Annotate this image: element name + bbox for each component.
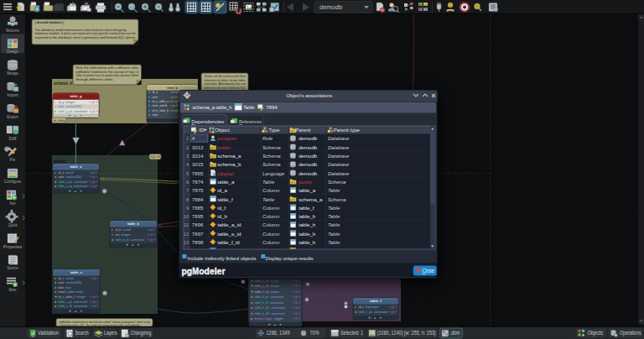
- svg-text:●: ●: [148, 104, 150, 107]
- svg-text:Parent type: Parent type: [334, 127, 361, 133]
- svg-text:New: New: [10, 201, 16, 206]
- svg-text:SQL off: SQL off: [151, 155, 160, 159]
- svg-text:table_e_id: table_e_id: [255, 284, 269, 288]
- svg-text:▸: ▸: [112, 228, 113, 232]
- svg-text:7896: 7896: [192, 222, 204, 227]
- svg-text:demodb: demodb: [299, 153, 318, 159]
- svg-text:Table: Table: [262, 180, 275, 185]
- svg-text:table_a: table_a: [70, 164, 83, 169]
- svg-text:■: ■: [55, 305, 56, 308]
- svg-text:1286, 1349: 1286, 1349: [267, 330, 290, 336]
- svg-text:« pk »: « pk »: [90, 171, 98, 175]
- svg-text:integer: integer: [65, 100, 75, 104]
- svg-text:6: 6: [186, 180, 189, 185]
- svg-text:table_g_pk: table_g_pk: [59, 109, 73, 113]
- svg-text:plpgsql: plpgsql: [216, 170, 234, 176]
- svg-text:constraint: constraint: [374, 310, 388, 314]
- svg-text:table_f: table_f: [217, 196, 233, 202]
- svg-text:schema_b: schema_b: [217, 161, 242, 167]
- svg-text:4: 4: [192, 135, 195, 141]
- svg-text:Database: Database: [328, 171, 350, 176]
- svg-text:« fk »: « fk »: [293, 279, 301, 283]
- svg-text:Operations: Operations: [620, 330, 641, 336]
- svg-text:[ demodb database ]: [ demodb database ]: [35, 20, 65, 24]
- svg-text:email: email: [59, 289, 65, 294]
- svg-text:Parent: Parent: [295, 127, 310, 133]
- svg-text:public: public: [53, 159, 66, 164]
- svg-text:7885: 7885: [192, 205, 204, 211]
- svg-text:expr: expr: [153, 112, 158, 117]
- svg-text:Include indirectly linked obje: Include indirectly linked objects: [188, 256, 257, 261]
- svg-text:Object's associations: Object's associations: [286, 92, 332, 98]
- svg-text:✚ ▲ ▼: ✚ ▲ ▼: [69, 190, 83, 193]
- svg-text:●: ●: [55, 290, 56, 294]
- svg-text:More: More: [9, 288, 17, 292]
- svg-text:exported to the database since: exported to the database since it genera…: [35, 35, 137, 39]
- svg-text:integer: integer: [121, 232, 131, 237]
- svg-text:trigger: trigger: [274, 316, 284, 321]
- svg-text:public: public: [298, 179, 312, 185]
- svg-text:integer: integer: [270, 284, 280, 288]
- svg-text:Schema: Schema: [328, 180, 346, 185]
- svg-text:7884: 7884: [192, 196, 204, 202]
- svg-text:table_f: table_f: [299, 205, 314, 211]
- svg-text:▸: ▸: [355, 305, 356, 309]
- svg-text:table_a: table_a: [299, 187, 316, 193]
- svg-text:« nn »: « nn »: [90, 175, 98, 179]
- svg-text:constraint: constraint: [74, 180, 88, 184]
- svg-text:Selected: 1: Selected: 1: [340, 330, 363, 336]
- svg-text:Table: Table: [328, 188, 340, 193]
- svg-text:11: 11: [184, 222, 189, 227]
- svg-text:●: ●: [55, 281, 56, 284]
- svg-text:schema_b: schema_b: [54, 81, 73, 86]
- svg-text:table_a_id: table_a_id: [255, 279, 269, 283]
- svg-text:1:1: 1:1: [129, 5, 134, 9]
- svg-text:postgres: postgres: [216, 135, 236, 141]
- svg-text:■: ■: [112, 238, 113, 242]
- svg-text:« fk »: « fk »: [91, 295, 99, 299]
- svg-text:Language: Language: [262, 171, 285, 176]
- svg-text:✚: ✚: [251, 279, 253, 283]
- svg-text:table_h: table_h: [299, 239, 315, 245]
- svg-text:Role: Role: [262, 136, 273, 141]
- svg-text:table_a_id: table_a_id: [217, 222, 241, 227]
- svg-text:table_h_fk2: table_h_fk2: [255, 311, 270, 316]
- svg-text:■: ■: [55, 110, 56, 113]
- svg-text:table_f_id: table_f_id: [255, 289, 269, 294]
- svg-text:integer: integer: [270, 289, 280, 294]
- svg-text:id_b: id_b: [116, 227, 122, 232]
- svg-text:« pk »: « pk »: [148, 228, 156, 232]
- svg-text:table_a_pk: table_a_pk: [59, 180, 73, 184]
- svg-text:Table: Table: [328, 222, 340, 227]
- svg-text:Diff: Diff: [9, 137, 18, 141]
- svg-text:✚: ✚: [55, 295, 57, 299]
- svg-text:text_attrib: text_attrib: [153, 103, 168, 107]
- svg-text:demodb: demodb: [299, 144, 318, 150]
- svg-text:« pk »: « pk »: [90, 101, 98, 104]
- svg-text:constraint: constraint: [270, 295, 284, 299]
- svg-text:Properties: Properties: [3, 245, 23, 249]
- svg-text:70%: 70%: [310, 330, 319, 336]
- svg-text:« fk »: « fk »: [293, 290, 301, 294]
- svg-text:table_b_pk: table_b_pk: [116, 237, 130, 242]
- svg-text:table_c_pk: table_c_pk: [59, 300, 73, 304]
- svg-text:1: 1: [186, 136, 189, 141]
- svg-text:« nn »: « nn »: [148, 233, 156, 237]
- svg-text:7897: 7897: [192, 231, 204, 237]
- svg-text:biginteger: biginteger: [366, 305, 380, 309]
- svg-text:constraint: constraint: [272, 311, 286, 316]
- svg-text:« pk »: « pk »: [293, 295, 301, 299]
- svg-text:References: References: [239, 118, 262, 124]
- svg-text:3015: 3015: [192, 161, 204, 167]
- svg-text:8: 8: [186, 197, 189, 202]
- svg-text:●: ●: [112, 233, 113, 237]
- svg-text:constraint: constraint: [131, 237, 145, 242]
- svg-text:pgModeler: pgModeler: [182, 266, 226, 276]
- svg-text:integer: integer: [76, 295, 86, 299]
- svg-text:Import: Import: [7, 93, 18, 97]
- svg-text:Source: Source: [7, 266, 18, 270]
- svg-text:■: ■: [251, 312, 252, 316]
- svg-text:id_c: id_c: [59, 276, 65, 280]
- svg-text:Schema: Schema: [262, 145, 281, 150]
- svg-text:Display unique results: Display unique results: [266, 256, 314, 261]
